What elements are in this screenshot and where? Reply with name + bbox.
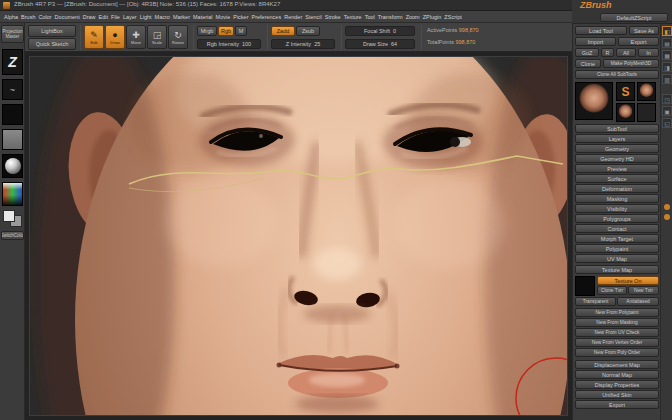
menu-material[interactable]: Material	[193, 11, 213, 22]
material-thumbnail[interactable]	[2, 154, 23, 178]
new-from-vertex-order-button[interactable]: New From Vertex Order	[575, 338, 659, 347]
lightbox-button[interactable]: LightBox	[28, 25, 76, 37]
edit-mode-button[interactable]: ✎ Edit	[84, 25, 104, 49]
stroke-thumbnail[interactable]: ~	[2, 79, 23, 100]
menu-zoom[interactable]: Zoom	[406, 11, 420, 22]
move-mode-button[interactable]: ✚ Move	[126, 25, 146, 49]
texture-on-button[interactable]: Texture On	[597, 276, 659, 285]
section-polygroups[interactable]: Polygroups	[575, 214, 659, 223]
menu-macro[interactable]: Macro	[155, 11, 170, 22]
clone-txtr-button[interactable]: Clone Txtr	[597, 286, 627, 295]
draw-mode-button[interactable]: ● Draw	[105, 25, 125, 49]
menu-marker[interactable]: Marker	[173, 11, 190, 22]
color-picker[interactable]	[2, 182, 23, 206]
texture-thumbnail[interactable]	[2, 129, 23, 150]
tray-material-icon[interactable]: ▥	[662, 74, 672, 84]
current-brush-thumbnail[interactable]: Z	[2, 49, 23, 75]
section-morph-target[interactable]: Morph Target	[575, 234, 659, 243]
quick-pick-head-1[interactable]	[637, 82, 656, 101]
canvas[interactable]	[25, 52, 572, 420]
section-display-properties[interactable]: Display Properties	[575, 380, 659, 389]
draw-size-slider[interactable]: Draw Size 64	[345, 39, 415, 49]
save-as-button[interactable]: Save As	[629, 26, 659, 35]
goz-button[interactable]: GoZ	[575, 48, 599, 57]
goz-r-button[interactable]: R	[601, 48, 614, 57]
quick-pick-head-2[interactable]	[616, 103, 635, 122]
menu-draw[interactable]: Draw	[83, 11, 96, 22]
quick-pick-simplebrush[interactable]: S	[616, 82, 635, 101]
section-deformation[interactable]: Deformation	[575, 184, 659, 193]
menu-document[interactable]: Document	[55, 11, 80, 22]
clone-all-subtools-button[interactable]: Clone All SubTools	[575, 70, 659, 79]
color-swatches[interactable]	[2, 210, 23, 228]
menu-layer[interactable]: Layer	[123, 11, 137, 22]
tray-tool-icon[interactable]: ◳	[662, 94, 672, 104]
menu-stroke[interactable]: Stroke	[325, 11, 341, 22]
new-txtr-button[interactable]: New Txtr	[628, 286, 659, 295]
rgb-intensity-slider[interactable]: Rgb Intensity 100	[197, 39, 261, 49]
section-displacement-map[interactable]: Displacement Map	[575, 360, 659, 369]
menu-tool[interactable]: Tool	[365, 11, 375, 22]
antialiased-button[interactable]: Antialiased	[617, 297, 659, 306]
section-surface[interactable]: Surface	[575, 174, 659, 183]
menu-alpha[interactable]: Alpha	[4, 11, 18, 22]
menu-file[interactable]: File	[111, 11, 120, 22]
section-geometry[interactable]: Geometry	[575, 144, 659, 153]
section-masking[interactable]: Masking	[575, 194, 659, 203]
z-intensity-slider[interactable]: Z Intensity 25	[271, 39, 335, 49]
texture-map-thumbnail[interactable]	[575, 276, 595, 296]
new-from-uv-check-button[interactable]: New From UV Check	[575, 328, 659, 337]
current-tool-thumbnail[interactable]	[575, 82, 613, 120]
menu-edit[interactable]: Edit	[99, 11, 108, 22]
tray-alpha-icon[interactable]: ▦	[662, 50, 672, 60]
m-button[interactable]: M	[235, 26, 247, 36]
tray-texture-icon[interactable]: ◨	[662, 62, 672, 72]
tray-settings-icon[interactable]: ◱	[662, 118, 672, 128]
goz-in-button[interactable]: In	[638, 48, 659, 57]
import-button[interactable]: Import	[575, 37, 616, 46]
menu-brush[interactable]: Brush	[21, 11, 35, 22]
focal-shift-slider[interactable]: Focal Shift 0	[345, 26, 415, 36]
menu-transform[interactable]: Transform	[378, 11, 403, 22]
tray-marker-icon[interactable]	[664, 214, 670, 220]
menu-stencil[interactable]: Stencil	[305, 11, 322, 22]
section-export[interactable]: Export	[575, 400, 659, 409]
menu-zplugin[interactable]: ZPlugin	[423, 11, 442, 22]
menu-zscript[interactable]: ZScript	[444, 11, 461, 22]
section-normal-map[interactable]: Normal Map	[575, 370, 659, 379]
quick-sketch-button[interactable]: Quick Sketch	[28, 38, 76, 50]
section-layers[interactable]: Layers	[575, 134, 659, 143]
section-visibility[interactable]: Visibility	[575, 204, 659, 213]
projection-master-button[interactable]: Projection Master	[1, 25, 24, 43]
default-zscript-button[interactable]: DefaultZScript	[600, 13, 668, 22]
load-tool-button[interactable]: Load Tool	[575, 26, 627, 35]
section-preview[interactable]: Preview	[575, 164, 659, 173]
tray-layers-icon[interactable]: ▣	[662, 106, 672, 116]
rotate-mode-button[interactable]: ↻ Rotate	[168, 25, 188, 49]
section-unified-skin[interactable]: Unified Skin	[575, 390, 659, 399]
tray-stroke-icon[interactable]: ▤	[662, 38, 672, 48]
quick-pick-empty[interactable]	[637, 103, 656, 122]
section-uv-map[interactable]: UV Map	[575, 254, 659, 263]
primary-color-swatch[interactable]	[3, 210, 15, 222]
section-polypaint[interactable]: Polypaint	[575, 244, 659, 253]
rgb-button[interactable]: Rgb	[218, 26, 234, 36]
menu-render[interactable]: Render	[284, 11, 302, 22]
menu-light[interactable]: Light	[140, 11, 152, 22]
menu-preferences[interactable]: Preferences	[252, 11, 282, 22]
zadd-button[interactable]: Zadd	[271, 26, 295, 36]
menu-color[interactable]: Color	[38, 11, 51, 22]
transparent-button[interactable]: Transparent	[575, 297, 616, 306]
menu-texture[interactable]: Texture	[344, 11, 362, 22]
export-button[interactable]: Export	[618, 37, 659, 46]
menu-movie[interactable]: Movie	[216, 11, 231, 22]
goz-all-button[interactable]: All	[616, 48, 636, 57]
new-from-polypaint-button[interactable]: New From Polypaint	[575, 308, 659, 317]
section-geometry-hd[interactable]: Geometry HD	[575, 154, 659, 163]
make-polymesh3d-button[interactable]: Make PolyMesh3D	[603, 59, 659, 68]
new-from-poly-order-button[interactable]: New From Poly Order	[575, 348, 659, 357]
new-from-masking-button[interactable]: New From Masking	[575, 318, 659, 327]
mrgb-button[interactable]: Mrgb	[197, 26, 217, 36]
section-texture-map[interactable]: Texture Map	[575, 265, 659, 274]
zsub-button[interactable]: Zsub	[296, 26, 320, 36]
